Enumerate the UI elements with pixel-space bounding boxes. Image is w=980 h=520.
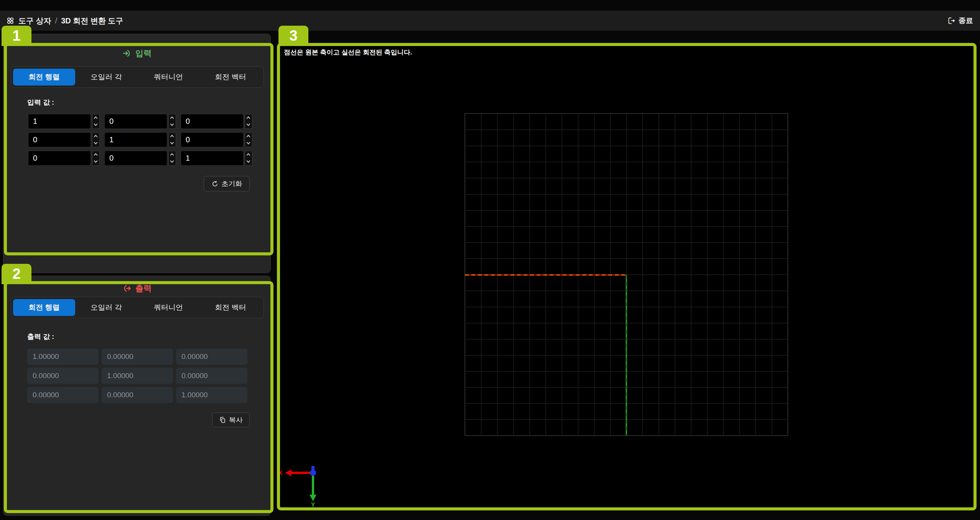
matrix-input-row: [28, 114, 257, 129]
matrix-input-10[interactable]: [28, 132, 91, 147]
input-tab-rotation-vector[interactable]: 회전 벡터: [199, 69, 262, 86]
page-title: 3D 회전 변환 도구: [61, 16, 123, 26]
spinner-11: [168, 132, 176, 147]
exit-label: 종료: [959, 16, 973, 26]
matrix-input-11[interactable]: [104, 132, 167, 147]
app-header: 도구 상자 / 3D 회전 변환 도구 종료: [0, 11, 980, 31]
spin-down-button[interactable]: [245, 122, 252, 129]
output-tabbar: 회전 행렬 오일러 각 쿼터니언 회전 벡터: [11, 297, 264, 318]
copy-button[interactable]: 복사: [212, 413, 250, 427]
spin-up-button[interactable]: [169, 114, 176, 122]
matrix-output-02: 0.00000: [176, 349, 247, 365]
spinner-22: [245, 151, 252, 166]
matrix-input-20[interactable]: [28, 151, 91, 166]
matrix-output-01: 0.00000: [102, 349, 173, 365]
gizmo-z-dot: [310, 470, 316, 476]
input-section-title: 입력: [3, 48, 270, 59]
matrix-input-row: [28, 132, 257, 147]
spin-up-button[interactable]: [169, 133, 176, 140]
matrix-output-00: 1.00000: [27, 349, 99, 365]
spin-down-button[interactable]: [169, 158, 176, 166]
output-panel: 출력 회전 행렬 오일러 각 쿼터니언 회전 벡터 출력 값 : 1.00000…: [3, 276, 271, 516]
spin-down-button[interactable]: [169, 140, 176, 147]
logout-icon: [947, 16, 955, 25]
reset-button[interactable]: 초기화: [204, 176, 250, 191]
output-section-title: 출력: [3, 283, 270, 294]
annotation-badge-3: 3: [278, 26, 308, 46]
spin-down-button[interactable]: [92, 140, 99, 147]
input-title-label: 입력: [135, 48, 152, 59]
copy-icon: [219, 416, 226, 423]
spinner-12: [245, 132, 252, 147]
spin-up-button[interactable]: [92, 133, 99, 140]
spinner-01: [168, 114, 176, 129]
spinner-02: [245, 114, 252, 129]
output-tab-rotation-matrix[interactable]: 회전 행렬: [13, 299, 75, 316]
scene-canvas[interactable]: X Y: [277, 43, 977, 510]
spinner-20: [92, 151, 100, 166]
input-values-label: 입력 값 :: [27, 98, 54, 107]
matrix-output-row: 1.00000 0.00000 0.00000: [27, 349, 247, 365]
breadcrumb-separator: /: [55, 16, 58, 25]
spinner-21: [168, 151, 176, 166]
arrow-into-icon: [122, 49, 132, 58]
input-tabbar: 회전 행렬 오일러 각 쿼터니언 회전 벡터: [11, 66, 264, 88]
axis-gizmo: X Y: [278, 466, 316, 508]
spin-up-button[interactable]: [92, 114, 99, 122]
spin-up-button[interactable]: [245, 114, 252, 122]
output-tab-rotation-vector[interactable]: 회전 벡터: [199, 299, 262, 316]
input-tab-quaternion[interactable]: 쿼터니언: [137, 69, 199, 86]
matrix-input-02[interactable]: [181, 114, 244, 129]
viewport-3d[interactable]: 점선은 원본 축이고 실선은 회전된 축입니다. X Y: [277, 43, 977, 510]
output-values-label: 출력 값 :: [27, 332, 54, 341]
matrix-input-12[interactable]: [181, 132, 244, 147]
copy-label: 복사: [229, 415, 243, 425]
spin-up-button[interactable]: [245, 133, 252, 140]
output-tab-euler-angles[interactable]: 오일러 각: [75, 299, 137, 316]
gizmo-x-label: X: [278, 470, 283, 476]
spinner-00: [92, 114, 100, 129]
spin-up-button[interactable]: [245, 151, 252, 158]
annotation-badge-2: 2: [2, 264, 31, 284]
matrix-input-21[interactable]: [104, 151, 167, 166]
gizmo-y-arrowhead: [310, 495, 316, 501]
matrix-output-row: 0.00000 1.00000 0.00000: [27, 368, 247, 384]
spin-down-button[interactable]: [92, 122, 99, 129]
matrix-input-00[interactable]: [28, 114, 91, 129]
arrow-out-icon: [122, 284, 132, 293]
annotation-badge-1: 1: [2, 26, 31, 46]
matrix-output-21: 0.00000: [102, 387, 173, 403]
output-tab-quaternion[interactable]: 쿼터니언: [137, 299, 199, 316]
input-panel: 입력 회전 행렬 오일러 각 쿼터니언 회전 벡터 입력 값 :: [3, 34, 271, 273]
matrix-output-22: 1.00000: [176, 387, 247, 403]
toolbox-icon: [6, 16, 15, 25]
matrix-output-10: 0.00000: [27, 368, 99, 384]
spin-up-button[interactable]: [92, 151, 99, 158]
matrix-output-11: 1.00000: [102, 368, 173, 384]
input-tab-rotation-matrix[interactable]: 회전 행렬: [13, 69, 75, 86]
breadcrumb-root[interactable]: 도구 상자: [18, 16, 51, 26]
spin-down-button[interactable]: [245, 158, 252, 166]
matrix-output-row: 0.00000 0.00000 1.00000: [27, 387, 247, 403]
spin-down-button[interactable]: [245, 140, 252, 147]
matrix-output-20: 0.00000: [27, 387, 99, 403]
refresh-icon: [211, 180, 219, 188]
viewport-hint-text: 점선은 원본 축이고 실선은 회전된 축입니다.: [284, 48, 412, 57]
spin-up-button[interactable]: [169, 151, 176, 158]
spinner-10: [92, 132, 100, 147]
matrix-input-22[interactable]: [181, 151, 244, 166]
matrix-output-12: 0.00000: [176, 368, 247, 384]
input-tab-euler-angles[interactable]: 오일러 각: [75, 69, 137, 86]
matrix-input-row: [28, 151, 257, 166]
gizmo-x-arrowhead: [285, 469, 292, 476]
reset-label: 초기화: [222, 179, 242, 188]
spin-down-button[interactable]: [92, 158, 99, 166]
matrix-input-01[interactable]: [104, 114, 167, 129]
exit-button[interactable]: 종료: [945, 11, 975, 31]
gizmo-y-label: Y: [311, 502, 315, 508]
output-title-label: 출력: [135, 283, 152, 294]
spin-down-button[interactable]: [169, 122, 176, 129]
